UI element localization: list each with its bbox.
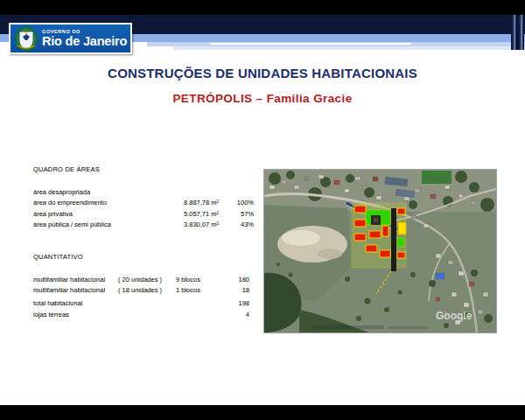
satellite-map: Google bbox=[264, 170, 496, 332]
rj-coat-of-arms-icon bbox=[15, 26, 38, 52]
table-row: lojas térreas 4 bbox=[33, 310, 252, 320]
area-value bbox=[169, 187, 219, 198]
quant-total: 198 bbox=[216, 298, 249, 309]
presentation-slide: GOVERNO DO Rio de Janeiro CONSTRUÇÕES DE… bbox=[0, 15, 525, 405]
quant-label: total habitacional bbox=[33, 298, 118, 309]
quant-label: lojas térreas bbox=[33, 310, 118, 320]
area-value: 3.830,07 m² bbox=[169, 220, 219, 230]
quant-label: multifamiliar habitacional bbox=[33, 275, 118, 285]
quant-total: 180 bbox=[216, 275, 249, 285]
areas-table: QUADRO DE ÁREAS área desapropriada área … bbox=[33, 165, 254, 230]
table-row: área do empreendimento 8.887,78 m² 100% bbox=[33, 198, 254, 208]
area-percent: 57% bbox=[219, 209, 254, 220]
table-row: multifamiliar habitacional ( 18 unidades… bbox=[33, 285, 252, 296]
table-row: total habitacional 198 bbox=[33, 298, 252, 309]
area-value: 8.887,78 m² bbox=[169, 198, 219, 208]
table-row: área pública / semi pública 3.830,07 m² … bbox=[33, 220, 254, 230]
page-subtitle: PETRÓPOLIS – Familia Gracie bbox=[0, 92, 525, 105]
area-percent bbox=[219, 187, 254, 198]
areas-heading: QUADRO DE ÁREAS bbox=[33, 165, 254, 173]
government-banner-text: GOVERNO DO Rio de Janeiro bbox=[42, 30, 127, 48]
quant-units: ( 20 unidades ) bbox=[118, 275, 176, 285]
quant-blocks: 9 blocos bbox=[176, 275, 216, 285]
header-blue-bar-3 bbox=[173, 46, 525, 50]
quantitativo-heading: QUANTITATIVO bbox=[33, 253, 252, 261]
area-label: área desapropriada bbox=[33, 187, 169, 198]
quant-total: 4 bbox=[216, 310, 249, 320]
area-label: área do empreendimento bbox=[33, 198, 169, 208]
quantitativo-table: QUANTITATIVO multifamiliar habitacional … bbox=[33, 253, 252, 320]
table-row: área desapropriada bbox=[33, 187, 254, 198]
table-row: multifamiliar habitacional ( 20 unidades… bbox=[33, 275, 252, 285]
area-value: 5.057,71 m² bbox=[169, 209, 219, 220]
area-label: área pública / semi pública bbox=[33, 220, 169, 230]
page-title: CONSTRUÇÕES DE UNIDADES HABITACIONAIS bbox=[0, 66, 525, 80]
area-label: área privativa bbox=[33, 209, 169, 220]
government-name: Rio de Janeiro bbox=[42, 35, 127, 48]
satellite-map-figure: Google bbox=[263, 169, 497, 333]
government-banner: GOVERNO DO Rio de Janeiro bbox=[9, 23, 132, 54]
quant-total: 18 bbox=[216, 285, 249, 296]
quant-blocks: 1 blocos bbox=[176, 285, 216, 296]
area-percent: 100% bbox=[219, 198, 254, 208]
header-white-line bbox=[210, 43, 411, 45]
header-edge-stripes bbox=[511, 15, 524, 50]
quant-label: multifamiliar habitacional bbox=[33, 285, 118, 296]
quant-units: ( 18 unidades ) bbox=[118, 285, 176, 296]
area-percent: 43% bbox=[219, 220, 254, 230]
google-watermark: Google bbox=[436, 310, 472, 322]
table-row: área privativa 5.057,71 m² 57% bbox=[33, 209, 254, 220]
